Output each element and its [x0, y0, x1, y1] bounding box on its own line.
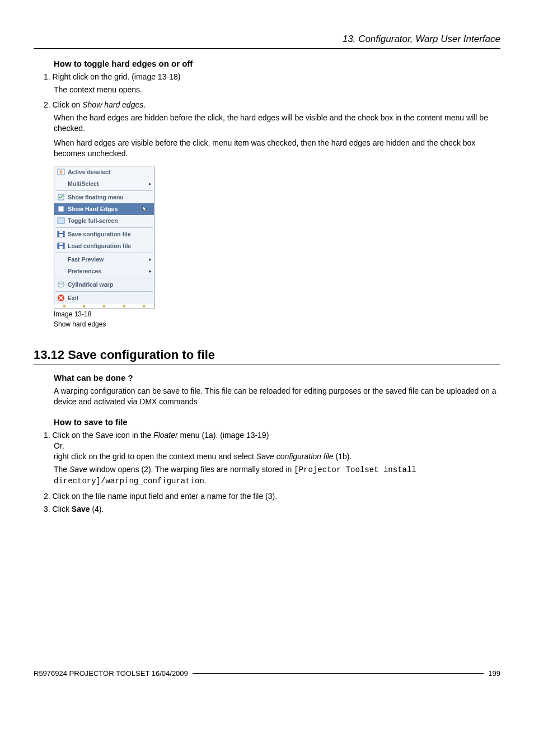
- close-icon: [57, 294, 65, 302]
- menu-item-load-config[interactable]: Load configuration file: [54, 240, 154, 252]
- section2-step1-prefix: 1. Click on the Save icon in the: [44, 431, 153, 440]
- menu-item-show-hard-edges[interactable]: Show Hard Edges: [54, 203, 154, 215]
- section2-step1-em: Floater: [153, 431, 178, 440]
- cylinder-icon: [57, 281, 65, 288]
- checkbox-checked-icon: [57, 193, 65, 201]
- context-menu: Active deselect MultiSelect ▸ Show float…: [54, 166, 154, 309]
- cursor-icon: [140, 205, 149, 213]
- section1-step2-sub1: When the hard edges are hidden before th…: [54, 113, 500, 134]
- blank-icon: [57, 255, 65, 263]
- menu-label: Save configuration file: [68, 231, 152, 237]
- section2-step1-result-em: Save: [69, 465, 87, 474]
- menu-label: Exit: [68, 295, 152, 301]
- menu-label: Load configuration file: [68, 242, 152, 249]
- svg-rect-11: [59, 243, 63, 245]
- section2-step3: 3. Click Save (4).: [44, 504, 500, 515]
- menu-item-toggle-fullscreen[interactable]: Toggle full-screen: [54, 215, 154, 227]
- menu-item-active-deselect[interactable]: Active deselect: [54, 166, 154, 178]
- figure-caption-line1: Image 13-18: [54, 310, 154, 319]
- save-icon: [57, 230, 65, 238]
- chapter-title: 13. Configurator, Warp User Interface: [34, 34, 500, 47]
- svg-rect-5: [58, 218, 64, 223]
- submenu-arrow-icon: ▸: [147, 268, 152, 274]
- section2-step1-result-suffix: .: [204, 476, 207, 485]
- svg-rect-8: [59, 231, 63, 233]
- section2-step3-bold: Save: [72, 505, 90, 514]
- blank-icon: [57, 180, 65, 188]
- fullscreen-icon: [57, 217, 65, 225]
- menu-label: Show Hard Edges: [68, 206, 142, 212]
- section1-step2-suffix: .: [143, 100, 146, 109]
- section1-step1: 1. Right click on the grid. (image 13-18…: [44, 72, 500, 82]
- section2-step2: 2. Click on the file name input field an…: [44, 491, 500, 502]
- footer-page-number: 199: [488, 669, 500, 678]
- section2-step1-line2-em: Save configuration file: [256, 452, 334, 461]
- menu-bottom-dots: [54, 304, 154, 309]
- footer-left: R5976924 PROJECTOR TOOLSET 16/04/2009: [34, 669, 188, 678]
- section2-step3-prefix: 3. Click: [44, 505, 72, 514]
- section2-step1-result: The Save window opens (2). The warping f…: [54, 464, 500, 487]
- section1-step2-em: Show hard edges: [82, 100, 143, 109]
- context-menu-figure: Active deselect MultiSelect ▸ Show float…: [54, 166, 154, 329]
- svg-point-12: [58, 282, 64, 284]
- load-icon: [57, 242, 65, 250]
- menu-item-show-floating-menu[interactable]: Show floating menu: [54, 192, 154, 203]
- section2-step1: 1. Click on the Save icon in the Floater…: [44, 430, 500, 462]
- menu-label: Preferences: [68, 268, 147, 274]
- section2-step1-mid: menu (1a). (image 13-19): [178, 431, 269, 440]
- menu-separator: [55, 227, 153, 228]
- menu-item-exit[interactable]: Exit: [54, 292, 154, 304]
- section2-sub1-para: A warping configuration can be save to f…: [54, 386, 500, 407]
- section2-rule: [34, 365, 500, 365]
- menu-label: Active deselect: [68, 169, 152, 175]
- page-footer: R5976924 PROJECTOR TOOLSET 16/04/2009 19…: [34, 669, 500, 678]
- section2-step1-result-mid: window opens (2). The warping files are …: [87, 465, 294, 474]
- svg-rect-10: [59, 246, 63, 249]
- menu-label: Cylindrical warp: [68, 281, 152, 288]
- menu-item-save-config[interactable]: Save configuration file: [54, 228, 154, 240]
- submenu-arrow-icon: ▸: [147, 256, 152, 262]
- section1-step2-prefix: 2. Click on: [44, 100, 82, 109]
- menu-label: Show floating menu: [68, 194, 152, 200]
- svg-rect-4: [58, 206, 64, 212]
- section2-step1-or: Or,: [54, 441, 64, 450]
- menu-item-preferences[interactable]: Preferences ▸: [54, 265, 154, 277]
- figure-caption-line2: Show hard edges: [54, 320, 154, 329]
- svg-rect-7: [59, 234, 63, 237]
- header-rule: [34, 48, 500, 49]
- menu-label: Fast Preview: [68, 256, 147, 263]
- section2-step1-line2-prefix: right click on the grid to open the cont…: [54, 452, 256, 461]
- deselect-icon: [57, 168, 65, 176]
- section2-step3-suffix: (4).: [90, 505, 104, 514]
- submenu-arrow-icon: ▸: [147, 181, 152, 186]
- menu-separator: [55, 253, 153, 253]
- section2-heading: 13.12 Save configuration to file: [34, 348, 500, 362]
- section1-step1-sub: The context menu opens.: [54, 85, 500, 95]
- menu-item-multiselect[interactable]: MultiSelect ▸: [54, 178, 154, 190]
- section2-step1-result-prefix: The: [54, 465, 69, 474]
- section2-sub1-heading: What can be done ?: [54, 373, 500, 382]
- section1-step2: 2. Click on Show hard edges.: [44, 100, 500, 110]
- section1-heading: How to toggle hard edges on or off: [54, 59, 500, 68]
- menu-separator: [55, 291, 153, 292]
- section2-step1-line2-suffix: (1b).: [334, 452, 352, 461]
- menu-item-fast-preview[interactable]: Fast Preview ▸: [54, 254, 154, 265]
- footer-rule: [193, 673, 484, 674]
- menu-separator: [55, 190, 153, 191]
- menu-label: MultiSelect: [68, 180, 147, 187]
- menu-label: Toggle full-screen: [68, 217, 152, 224]
- menu-separator: [55, 278, 153, 278]
- checkbox-unchecked-icon: [57, 205, 65, 213]
- section2-sub2-heading: How to save to file: [54, 417, 500, 427]
- menu-item-cylindrical-warp[interactable]: Cylindrical warp: [54, 279, 154, 291]
- section1-step2-sub2: When hard edges are visible before the c…: [54, 138, 500, 159]
- blank-icon: [57, 267, 65, 275]
